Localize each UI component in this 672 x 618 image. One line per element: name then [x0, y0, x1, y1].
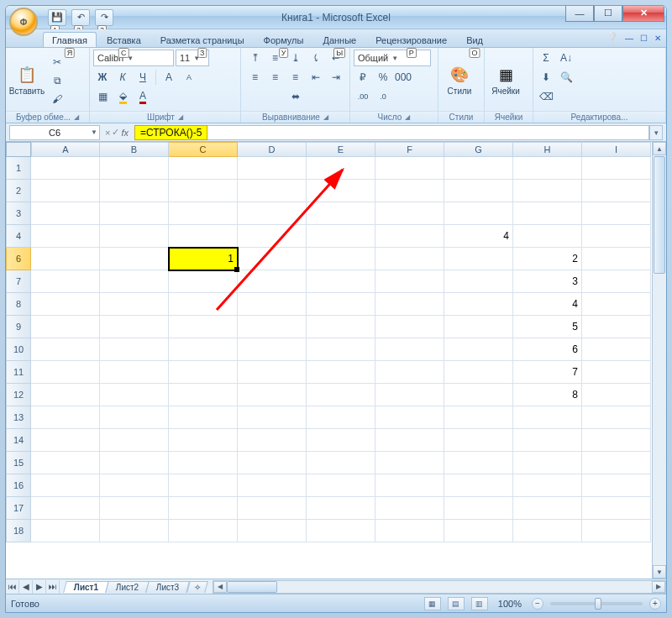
- cell[interactable]: [375, 361, 444, 384]
- zoom-slider[interactable]: [550, 602, 643, 605]
- cell[interactable]: [582, 452, 651, 474]
- cell[interactable]: [31, 270, 100, 293]
- tab-pagelayout[interactable]: Разметка страницыЗ: [151, 32, 254, 47]
- cut-button[interactable]: ✂: [48, 54, 66, 71]
- cell[interactable]: [582, 384, 651, 406]
- cell[interactable]: [582, 202, 651, 225]
- comma-button[interactable]: 000: [394, 69, 412, 86]
- normal-view-icon[interactable]: ▦: [424, 597, 441, 610]
- cell[interactable]: [169, 293, 238, 316]
- mdi-restore-icon[interactable]: ☐: [640, 34, 648, 43]
- cell[interactable]: [31, 202, 100, 225]
- sort-button[interactable]: A↓: [557, 50, 575, 66]
- cell[interactable]: 4: [444, 225, 513, 248]
- dialog-launcher-icon[interactable]: ◢: [178, 113, 183, 121]
- cell[interactable]: [238, 202, 307, 225]
- cell[interactable]: [31, 452, 100, 474]
- styles-button[interactable]: 🎨 Стили: [442, 53, 477, 108]
- cell[interactable]: [100, 202, 169, 225]
- align-bottom[interactable]: ⤓: [286, 50, 305, 66]
- cell[interactable]: [307, 474, 375, 497]
- cell-grid[interactable]: 412345678: [31, 157, 651, 579]
- cell[interactable]: [238, 270, 307, 293]
- column-header[interactable]: H: [513, 142, 582, 157]
- cell[interactable]: [100, 338, 169, 361]
- cell[interactable]: [444, 429, 513, 452]
- cell[interactable]: [307, 361, 375, 384]
- italic-button[interactable]: К: [113, 69, 132, 86]
- cell[interactable]: [238, 225, 307, 248]
- cell[interactable]: [582, 406, 651, 429]
- tab-data[interactable]: ДанныеЫ: [313, 32, 365, 47]
- cell[interactable]: [375, 225, 444, 248]
- cell[interactable]: [582, 180, 651, 202]
- pagebreak-view-icon[interactable]: ▥: [471, 597, 488, 610]
- align-left[interactable]: ≡: [246, 69, 265, 86]
- cell[interactable]: [100, 384, 169, 406]
- merge-center[interactable]: ⬌: [287, 88, 304, 105]
- cell[interactable]: [513, 497, 582, 520]
- find-button[interactable]: 🔍: [557, 69, 575, 86]
- cell[interactable]: [100, 452, 169, 474]
- orientation[interactable]: ⤹: [307, 50, 325, 66]
- cell[interactable]: [582, 474, 651, 497]
- cell[interactable]: [444, 452, 513, 474]
- cell[interactable]: [238, 497, 307, 520]
- row-header[interactable]: 9: [6, 316, 31, 338]
- cell[interactable]: [100, 270, 169, 293]
- cell[interactable]: [513, 520, 582, 542]
- cell[interactable]: [582, 225, 651, 248]
- bold-button[interactable]: Ж: [93, 69, 112, 86]
- cell[interactable]: [100, 157, 169, 180]
- cell[interactable]: [169, 225, 238, 248]
- cell[interactable]: [444, 361, 513, 384]
- cell[interactable]: [375, 248, 444, 270]
- cell[interactable]: [307, 384, 375, 406]
- cell[interactable]: 1: [169, 248, 238, 270]
- sheet-tab-3[interactable]: Лист3: [146, 581, 191, 593]
- cell[interactable]: [375, 157, 444, 180]
- vertical-scrollbar[interactable]: ▲ ▼: [652, 142, 666, 579]
- cell[interactable]: [238, 338, 307, 361]
- cell[interactable]: [513, 406, 582, 429]
- cell[interactable]: [238, 406, 307, 429]
- cell[interactable]: [100, 293, 169, 316]
- minimize-button[interactable]: —: [565, 5, 594, 22]
- sheet-tab-1[interactable]: Лист1: [63, 581, 109, 593]
- column-header[interactable]: E: [307, 142, 375, 157]
- zoom-out-button[interactable]: −: [532, 598, 543, 610]
- underline-button[interactable]: Ч: [134, 69, 152, 86]
- enter-formula-icon[interactable]: ✓: [112, 127, 119, 138]
- dialog-launcher-icon[interactable]: ◢: [74, 113, 79, 121]
- cells-button[interactable]: ▦ Ячейки: [488, 53, 523, 108]
- office-button[interactable]: Ф: [9, 8, 38, 36]
- cell[interactable]: [307, 157, 375, 180]
- fill-color-button[interactable]: ⬙: [113, 88, 132, 105]
- scroll-right-icon[interactable]: ▶: [652, 581, 665, 593]
- cell[interactable]: [100, 180, 169, 202]
- format-painter-button[interactable]: 🖌: [48, 91, 66, 107]
- row-header[interactable]: 10: [6, 338, 31, 361]
- row-header[interactable]: 4: [6, 225, 31, 248]
- cell[interactable]: [100, 474, 169, 497]
- zoom-percent[interactable]: 100%: [498, 599, 522, 609]
- close-button[interactable]: ✕: [622, 5, 664, 22]
- cell[interactable]: [307, 202, 375, 225]
- font-color-button[interactable]: A: [134, 88, 152, 105]
- cell[interactable]: [100, 429, 169, 452]
- column-header[interactable]: G: [444, 142, 513, 157]
- tab-view[interactable]: ВидО: [457, 32, 492, 47]
- cell[interactable]: [238, 520, 307, 542]
- cell[interactable]: [238, 180, 307, 202]
- cell[interactable]: [444, 474, 513, 497]
- expand-formula-bar[interactable]: ▾: [649, 125, 663, 140]
- cell[interactable]: [375, 293, 444, 316]
- select-all[interactable]: [6, 142, 31, 157]
- cell[interactable]: [582, 497, 651, 520]
- cell[interactable]: [238, 452, 307, 474]
- row-header[interactable]: 7: [6, 270, 31, 293]
- row-header[interactable]: 1: [6, 157, 31, 180]
- cell[interactable]: [307, 497, 375, 520]
- tab-insert[interactable]: ВставкаС: [97, 32, 150, 47]
- scroll-up-icon[interactable]: ▲: [653, 142, 666, 155]
